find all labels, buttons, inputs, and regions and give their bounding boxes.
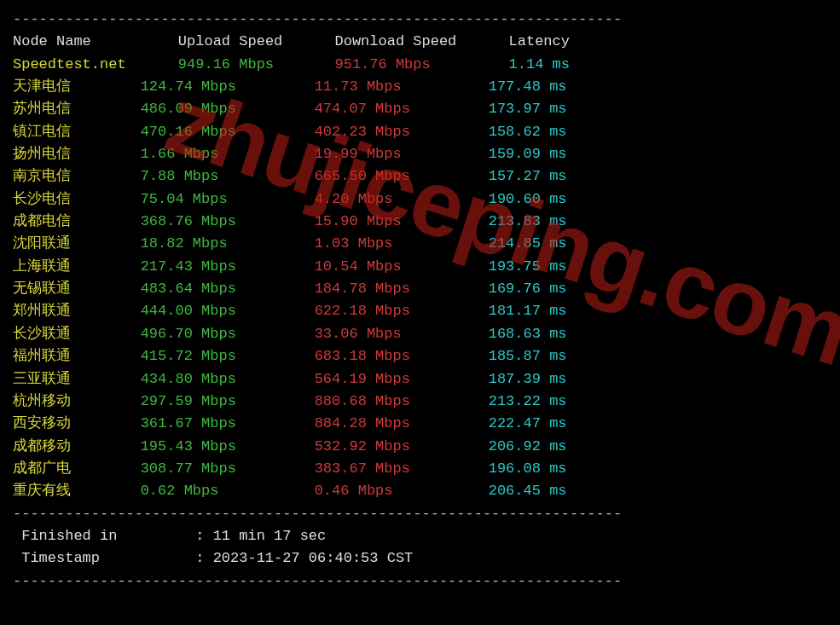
table-row: 福州联通 415.72 Mbps 683.18 Mbps 185.87 ms	[13, 345, 827, 367]
latency-value: 158.62 ms	[489, 124, 567, 140]
upload-value: 496.70 Mbps	[141, 326, 315, 342]
header-row: Node Name Upload Speed Download Speed La…	[13, 31, 827, 53]
download-value: 951.76 Mbps	[334, 56, 430, 72]
upload-value: 217.43 Mbps	[141, 258, 315, 275]
table-row: 西安移动 361.67 Mbps 884.28 Mbps 222.47 ms	[13, 413, 827, 435]
download-value: 33.06 Mbps	[315, 326, 489, 342]
download-value: 622.18 Mbps	[315, 303, 489, 319]
download-value: 532.92 Mbps	[315, 438, 489, 454]
latency-value: 193.75 ms	[489, 258, 567, 275]
header-node: Node Name	[13, 33, 91, 49]
latency-value: 213.83 ms	[489, 213, 567, 229]
table-row: 扬州电信 1.66 Mbps 19.99 Mbps 159.09 ms	[13, 143, 827, 165]
download-value: 1.03 Mbps	[315, 235, 489, 252]
node-name: 杭州移动	[13, 393, 141, 409]
upload-value: 195.43 Mbps	[141, 438, 315, 454]
download-value: 11.73 Mbps	[315, 78, 489, 95]
header-download: Download Speed	[335, 33, 457, 49]
upload-value: 297.59 Mbps	[141, 393, 315, 409]
upload-value: 483.64 Mbps	[141, 281, 315, 297]
latency-value: 169.76 ms	[489, 281, 567, 297]
upload-value: 470.16 Mbps	[141, 124, 315, 140]
upload-value: 486.09 Mbps	[141, 101, 315, 117]
upload-value: 308.77 Mbps	[141, 460, 315, 477]
upload-value: 949.16 Mbps	[178, 56, 274, 72]
latency-value: 177.48 ms	[489, 78, 567, 95]
download-value: 10.54 Mbps	[315, 258, 489, 275]
latency-value: 157.27 ms	[489, 168, 567, 184]
timestamp-value: 2023-11-27 06:40:53 CST	[213, 550, 414, 566]
speedtest-row: Speedtest.net 949.16 Mbps 951.76 Mbps 1.…	[13, 54, 827, 76]
header-latency: Latency	[509, 33, 570, 49]
download-value: 474.07 Mbps	[315, 101, 489, 117]
download-value: 383.67 Mbps	[315, 460, 489, 477]
footer-timestamp: Timestamp : 2023-11-27 06:40:53 CST	[13, 547, 827, 570]
table-row: 无锡联通 483.64 Mbps 184.78 Mbps 169.76 ms	[13, 278, 827, 300]
table-row: 三亚联通 434.80 Mbps 564.19 Mbps 187.39 ms	[13, 368, 827, 391]
latency-value: 159.09 ms	[489, 146, 567, 162]
upload-value: 444.00 Mbps	[141, 303, 315, 319]
node-name: 扬州电信	[13, 146, 141, 162]
latency-value: 214.85 ms	[489, 235, 567, 252]
table-row: 成都移动 195.43 Mbps 532.92 Mbps 206.92 ms	[13, 436, 827, 458]
upload-value: 434.80 Mbps	[141, 371, 315, 387]
upload-value: 0.62 Mbps	[141, 483, 315, 499]
latency-value: 190.60 ms	[489, 191, 567, 207]
latency-value: 1.14 ms	[509, 56, 570, 72]
separator-top: ----------------------------------------…	[13, 9, 827, 31]
node-name: 上海联通	[13, 258, 141, 275]
latency-value: 185.87 ms	[489, 348, 567, 364]
finished-label: Finished in	[13, 528, 117, 544]
latency-value: 196.08 ms	[489, 460, 567, 477]
header-upload: Upload Speed	[178, 33, 282, 49]
table-row: 上海联通 217.43 Mbps 10.54 Mbps 193.75 ms	[13, 256, 827, 278]
latency-value: 181.17 ms	[489, 303, 567, 319]
node-name: 天津电信	[13, 78, 141, 95]
node-name: Speedtest.net	[13, 56, 126, 72]
finished-value: 11 min 17 sec	[213, 528, 327, 544]
separator-bottom: ----------------------------------------…	[13, 503, 827, 525]
table-row: 重庆有线 0.62 Mbps 0.46 Mbps 206.45 ms	[13, 480, 827, 502]
upload-value: 368.76 Mbps	[141, 213, 315, 229]
node-name: 苏州电信	[13, 101, 141, 117]
node-name: 无锡联通	[13, 281, 141, 297]
download-value: 0.46 Mbps	[315, 483, 489, 499]
latency-value: 187.39 ms	[489, 371, 567, 387]
node-name: 郑州联通	[13, 303, 141, 319]
upload-value: 7.88 Mbps	[141, 168, 315, 184]
table-row: 长沙联通 496.70 Mbps 33.06 Mbps 168.63 ms	[13, 323, 827, 345]
upload-value: 1.66 Mbps	[141, 146, 315, 162]
table-row: 南京电信 7.88 Mbps 665.50 Mbps 157.27 ms	[13, 165, 827, 188]
download-value: 884.28 Mbps	[315, 415, 489, 431]
download-value: 880.68 Mbps	[315, 393, 489, 409]
table-row: 沈阳联通 18.82 Mbps 1.03 Mbps 214.85 ms	[13, 233, 827, 255]
table-row: 天津电信 124.74 Mbps 11.73 Mbps 177.48 ms	[13, 76, 827, 98]
table-row: 成都电信 368.76 Mbps 15.90 Mbps 213.83 ms	[13, 211, 827, 233]
latency-value: 222.47 ms	[489, 415, 567, 431]
node-name: 三亚联通	[13, 371, 141, 387]
node-name: 重庆有线	[13, 483, 141, 499]
node-name: 南京电信	[13, 168, 141, 184]
node-name: 成都移动	[13, 438, 141, 454]
separator-end: ----------------------------------------…	[13, 570, 827, 593]
table-row: 杭州移动 297.59 Mbps 880.68 Mbps 213.22 ms	[13, 391, 827, 413]
table-row: 长沙电信 75.04 Mbps 4.20 Mbps 190.60 ms	[13, 188, 827, 211]
download-value: 402.23 Mbps	[315, 124, 489, 140]
download-value: 683.18 Mbps	[315, 348, 489, 364]
node-name: 沈阳联通	[13, 235, 141, 252]
download-value: 184.78 Mbps	[315, 281, 489, 297]
latency-value: 206.45 ms	[489, 483, 567, 499]
latency-value: 206.92 ms	[489, 438, 567, 454]
upload-value: 75.04 Mbps	[141, 191, 315, 207]
node-name: 福州联通	[13, 348, 141, 364]
latency-value: 168.63 ms	[489, 326, 567, 342]
latency-value: 213.22 ms	[489, 393, 567, 409]
download-value: 665.50 Mbps	[315, 168, 489, 184]
table-row: 镇江电信 470.16 Mbps 402.23 Mbps 158.62 ms	[13, 121, 827, 143]
upload-value: 361.67 Mbps	[141, 415, 315, 431]
upload-value: 124.74 Mbps	[141, 78, 315, 95]
footer-finished: Finished in : 11 min 17 sec	[13, 525, 827, 547]
node-name: 西安移动	[13, 415, 141, 431]
node-name: 镇江电信	[13, 124, 141, 140]
table-row: 郑州联通 444.00 Mbps 622.18 Mbps 181.17 ms	[13, 300, 827, 322]
